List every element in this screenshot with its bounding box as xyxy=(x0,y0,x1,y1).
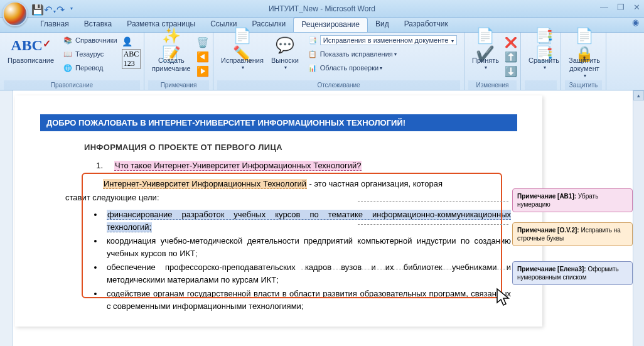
spelling-icon: ABC✓ xyxy=(21,35,41,55)
document-page[interactable]: ДОБРО ПОЖАЛОВАТЬ В ИНТЕРНЕТ-УНИВЕРСИТЕТ … xyxy=(15,95,542,327)
bullet: • xyxy=(84,288,107,312)
track-label: Исправления xyxy=(221,57,264,65)
comment-label: Примечание [AB1]: xyxy=(517,193,576,200)
thesaurus-button[interactable]: 📖Тезаурус xyxy=(60,48,120,60)
translate-icon: 🌐 xyxy=(63,63,73,73)
comment-balloon-1[interactable]: Примечание [AB1]: Убрать нумерацию xyxy=(512,188,633,212)
track-changes-button[interactable]: 📄✏️ Исправления ▾ xyxy=(217,34,267,72)
list-number: 1. xyxy=(84,161,103,170)
show-markup-icon: 📋 xyxy=(308,49,318,59)
tab-home[interactable]: Главная xyxy=(33,18,77,32)
balloons-icon: 💬 xyxy=(275,35,295,55)
prev-comment-icon[interactable]: ◀️ xyxy=(196,51,209,63)
bullet-text: содействие органам государственной власт… xyxy=(107,288,511,312)
protect-icon: 📄🔒 xyxy=(574,35,594,55)
banner-heading: ДОБРО ПОЖАЛОВАТЬ В ИНТЕРНЕТ-УНИВЕРСИТЕТ … xyxy=(40,114,517,131)
tab-dev[interactable]: Разработчик xyxy=(397,18,456,32)
close-button[interactable]: ✕ xyxy=(633,3,640,12)
bullet: • xyxy=(84,208,107,233)
reviewing-pane-button[interactable]: 📊Область проверки▾ xyxy=(305,62,460,74)
new-comment-button[interactable]: ✨📝 Создать примечание xyxy=(148,34,195,74)
compare-button[interactable]: 📑📑 Сравнить ▾ xyxy=(525,34,563,72)
group-compare-label xyxy=(525,80,557,90)
group-comments-label: Примечания xyxy=(148,80,209,90)
group-changes-label: Изменения xyxy=(468,80,517,90)
vertical-ruler xyxy=(0,90,13,346)
comment-connector xyxy=(358,224,508,225)
window-title: ИНТУИТ_New - Microsoft Word xyxy=(269,4,375,13)
translate-button[interactable]: 🌐Перевод xyxy=(60,62,120,74)
bullet: • xyxy=(84,261,107,286)
comment-connector xyxy=(358,201,508,202)
paragraph-cont: ставит следующие цели: xyxy=(65,192,511,204)
bullet-text: обеспечение профессорско-преподавательск… xyxy=(107,261,511,286)
highlighted-text-3: финансирование разработок учебных курсов… xyxy=(107,210,511,232)
research-button[interactable]: 📚Справочники xyxy=(60,34,120,46)
office-button[interactable] xyxy=(3,1,28,26)
group-proofing-label: Правописание xyxy=(4,80,140,90)
group-tracking-label: Отслеживание xyxy=(217,80,460,90)
maximize-button[interactable]: ❐ xyxy=(617,3,625,12)
minimize-button[interactable]: — xyxy=(600,3,608,12)
undo-icon[interactable]: ↶▾ xyxy=(44,4,54,14)
balloons-button[interactable]: 💬 Выноски ▾ xyxy=(267,34,303,72)
compare-icon: 📑📑 xyxy=(534,35,554,55)
comment-label: Примечание [O.V.2]: xyxy=(517,227,579,234)
paragraph-text: - это частная организация, которая xyxy=(307,179,443,188)
tab-view[interactable]: Вид xyxy=(368,18,397,32)
redo-icon[interactable]: ↷ xyxy=(56,4,67,14)
wordcount-icon[interactable]: ABC123 xyxy=(122,49,141,69)
bullet: • xyxy=(84,235,107,259)
section-heading: ИНФОРМАЦИЯ О ПРОЕКТЕ ОТ ПЕРВОГО ЛИЦА xyxy=(84,143,511,152)
display-icon: 📑 xyxy=(308,35,318,45)
new-comment-label: Создать примечание xyxy=(152,57,191,73)
delete-comment-icon[interactable]: 🗑️ xyxy=(196,36,209,48)
next-change-icon[interactable]: ⬇️ xyxy=(505,65,517,77)
tab-review[interactable]: Рецензирование xyxy=(293,18,368,32)
spelling-label: Правописание xyxy=(8,57,54,65)
spelling-button[interactable]: ABC✓ Правописание xyxy=(4,34,58,66)
comment-connector xyxy=(301,269,508,269)
scroll-up-icon[interactable]: ▴ xyxy=(633,90,644,100)
protect-button[interactable]: 📄🔒 Защитить документ ▾ xyxy=(565,34,604,80)
reject-icon[interactable]: ❌ xyxy=(505,36,517,48)
comment-balloon-2[interactable]: Примечание [O.V.2]: Исправить на строчны… xyxy=(512,222,633,246)
highlighted-text-2: Интернет-Университет Информационных Техн… xyxy=(103,179,307,189)
balloons-label: Выноски xyxy=(271,57,299,65)
protect-label: Защитить документ xyxy=(569,57,600,73)
qat-more-icon[interactable]: ▾ xyxy=(70,6,73,11)
compare-label: Сравнить xyxy=(529,57,559,65)
accept-button[interactable]: 📄✔️ Принять ▾ xyxy=(468,34,503,72)
accept-label: Принять xyxy=(472,57,499,65)
comment-balloon-3[interactable]: Примечание [Елена3]: Оформить нумерованн… xyxy=(512,261,633,285)
new-comment-icon: ✨📝 xyxy=(161,35,181,55)
thesaurus-icon: 📖 xyxy=(63,49,73,59)
pane-icon: 📊 xyxy=(308,63,318,73)
tab-insert[interactable]: Вставка xyxy=(77,18,120,32)
prev-change-icon[interactable]: ⬆️ xyxy=(505,51,517,63)
highlighted-text-1: Что такое Интернет-Университет Информаци… xyxy=(114,161,362,171)
accept-icon: 📄✔️ xyxy=(475,35,495,55)
group-protect-label: Защитить xyxy=(565,80,602,90)
show-markup-button[interactable]: 📋Показать исправления▾ xyxy=(305,48,460,60)
comment-label: Примечание [Елена3]: xyxy=(517,266,586,273)
next-comment-icon[interactable]: ▶️ xyxy=(196,65,209,77)
vertical-scrollbar[interactable]: ▴ xyxy=(633,90,644,346)
help-icon[interactable]: ◉ xyxy=(632,18,639,27)
research-icon: 📚 xyxy=(63,35,73,45)
track-icon: 📄✏️ xyxy=(232,35,252,55)
display-mode-select[interactable]: 📑Исправления в измененном документе ▾ xyxy=(305,34,460,46)
bullet-text: координация учебно-методической деятельн… xyxy=(107,235,511,259)
save-icon[interactable]: 💾 xyxy=(31,4,41,14)
language-icon[interactable]: 👤 xyxy=(122,36,141,46)
